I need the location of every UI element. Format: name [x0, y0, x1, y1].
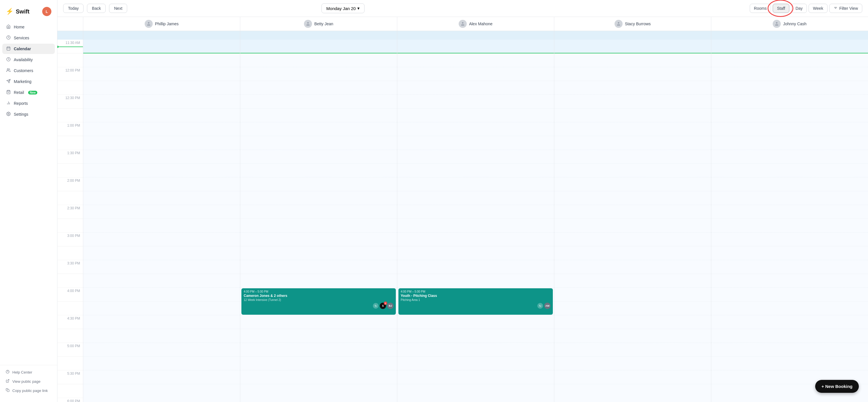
- time-slot: [57, 219, 83, 233]
- time-slot: 11:30 AM: [57, 40, 83, 53]
- staff-name-betty: Betty Jean: [314, 22, 333, 26]
- staff-col-phillip: Phillip James: [83, 17, 240, 31]
- event-col-johnny[interactable]: [711, 40, 868, 402]
- sidebar-item-label: Customers: [14, 68, 33, 73]
- staff-columns-header: Phillip James Betty Jean Alex Mahone Sta…: [83, 17, 868, 31]
- current-time-line: [57, 47, 83, 47]
- event-title: Youth - Pitching Class: [401, 294, 551, 298]
- event-col-alex[interactable]: 4:00 PM – 5:00 PM Youth - Pitching Class…: [397, 40, 554, 402]
- back-button[interactable]: Back: [87, 4, 105, 13]
- staff-col-johnny: Johnny Cash: [711, 17, 868, 31]
- today-button[interactable]: Today: [63, 4, 84, 13]
- badge-count: 1: [384, 302, 387, 305]
- event-time: 4:00 PM – 5:00 PM: [401, 290, 551, 293]
- time-gutter-header: [57, 17, 83, 31]
- assignee-avatar-am: AM: [544, 303, 551, 309]
- sidebar-item-label: Services: [14, 36, 29, 40]
- filter-label: Filter View: [839, 6, 858, 11]
- help-label: Help Center: [12, 370, 32, 374]
- sidebar-item-label: Home: [14, 25, 24, 29]
- time-slot: 2:30 PM: [57, 205, 83, 219]
- sidebar-item-label: Marketing: [14, 79, 31, 84]
- staff-view-button[interactable]: Staff: [773, 4, 789, 13]
- view-controls: Rooms Staff Day Week Filter View: [750, 4, 862, 13]
- time-slot: 1:00 PM: [57, 122, 83, 136]
- svg-rect-1: [7, 47, 10, 50]
- sidebar-item-customers[interactable]: Customers: [2, 65, 55, 76]
- customers-icon: [6, 68, 11, 73]
- day-view-button[interactable]: Day: [791, 4, 807, 13]
- time-slot: [57, 81, 83, 95]
- staff-avatar-alex: [459, 20, 467, 28]
- event-time: 4:00 PM – 5:00 PM: [244, 290, 394, 293]
- calendar-grid[interactable]: 11:30 AM 12:00 PM 12:30 PM 1:00 PM 1:30 …: [57, 31, 868, 402]
- week-view-button[interactable]: Week: [809, 4, 828, 13]
- sidebar-item-label: Reports: [14, 101, 28, 106]
- sidebar-item-retail[interactable]: Retail New: [2, 87, 55, 98]
- filter-icon: [834, 6, 838, 10]
- time-slot: 12:00 PM: [57, 67, 83, 81]
- staff-name-alex: Alex Mahone: [469, 22, 493, 26]
- svg-point-25: [776, 22, 777, 24]
- sidebar-item-calendar[interactable]: Calendar: [2, 44, 55, 54]
- time-slot: 12:30 PM: [57, 95, 83, 109]
- sidebar-nav: Home Services Calendar Availability: [0, 22, 57, 363]
- rooms-view-button[interactable]: Rooms: [750, 4, 771, 13]
- avatar[interactable]: L: [42, 7, 51, 16]
- event-subtitle: Pitching Area 1: [401, 298, 551, 302]
- date-selector[interactable]: Monday Jan 20 ▾: [321, 3, 365, 13]
- event-col-stacy[interactable]: [554, 40, 711, 402]
- next-button[interactable]: Next: [109, 4, 127, 13]
- staff-name-phillip: Phillip James: [155, 22, 179, 26]
- staff-col-alex: Alex Mahone: [397, 17, 554, 31]
- event-col-betty[interactable]: 4:00 PM – 5:00 PM Cameron Jones & 2 othe…: [240, 40, 397, 402]
- retail-icon: [6, 90, 11, 95]
- event-columns: 4:00 PM – 5:00 PM Cameron Jones & 2 othe…: [83, 40, 868, 402]
- sidebar-item-availability[interactable]: Availability: [2, 55, 55, 65]
- filter-view-button[interactable]: Filter View: [829, 4, 862, 13]
- new-booking-button[interactable]: + New Booking: [815, 380, 859, 393]
- time-column: 11:30 AM 12:00 PM 12:30 PM 1:00 PM 1:30 …: [57, 40, 83, 402]
- time-slot: [57, 136, 83, 150]
- view-public-page-item[interactable]: View public page: [2, 377, 55, 386]
- event-youth-pitching[interactable]: 4:00 PM – 5:00 PM Youth - Pitching Class…: [398, 288, 553, 315]
- time-slot: [57, 164, 83, 178]
- dollar-badge: $ 1: [380, 303, 386, 309]
- sidebar: ⚡ Swift L Home Services Calendar: [0, 0, 57, 402]
- help-center-item[interactable]: Help Center: [2, 368, 55, 377]
- assignee-avatar-bj: BJ: [387, 303, 394, 309]
- svg-point-23: [462, 22, 463, 24]
- staff-name-stacy: Stacy Burrows: [625, 22, 651, 26]
- repeat-icon: ↻: [537, 303, 543, 309]
- copy-public-page-link-label: Copy public page link: [12, 389, 48, 393]
- svg-point-13: [8, 114, 9, 115]
- help-icon: [6, 370, 9, 374]
- date-label: Monday Jan 20: [327, 6, 356, 11]
- time-slot: [57, 246, 83, 260]
- time-slot: [57, 302, 83, 315]
- event-col-phillip[interactable]: [83, 40, 240, 402]
- logo-text: Swift: [16, 8, 30, 15]
- sidebar-logo: ⚡ Swift L: [0, 5, 57, 22]
- logo-icon: ⚡: [6, 8, 13, 15]
- svg-line-16: [7, 380, 9, 381]
- staff-name-johnny: Johnny Cash: [783, 22, 807, 26]
- time-slot: [57, 357, 83, 370]
- sidebar-item-reports[interactable]: Reports: [2, 98, 55, 109]
- sidebar-bottom: Help Center View public page Copy public…: [0, 365, 57, 397]
- copy-public-page-link-item[interactable]: Copy public page link: [2, 386, 55, 395]
- marketing-icon: [6, 79, 11, 84]
- staff-button-wrapper: Staff: [773, 4, 789, 13]
- external-link-icon: [6, 379, 9, 383]
- time-slot: 5:00 PM: [57, 343, 83, 357]
- sidebar-item-home[interactable]: Home: [2, 22, 55, 32]
- sidebar-item-label: Availability: [14, 57, 33, 62]
- time-slot: 6:00 PM: [57, 398, 83, 402]
- sidebar-item-services[interactable]: Services: [2, 33, 55, 43]
- sidebar-item-marketing[interactable]: Marketing: [2, 76, 55, 87]
- calendar-icon: [6, 46, 11, 52]
- event-cameron-jones[interactable]: 4:00 PM – 5:00 PM Cameron Jones & 2 othe…: [241, 288, 396, 315]
- dropdown-chevron-icon: ▾: [358, 6, 360, 11]
- staff-avatar-johnny: [773, 20, 781, 28]
- sidebar-item-settings[interactable]: Settings: [2, 109, 55, 119]
